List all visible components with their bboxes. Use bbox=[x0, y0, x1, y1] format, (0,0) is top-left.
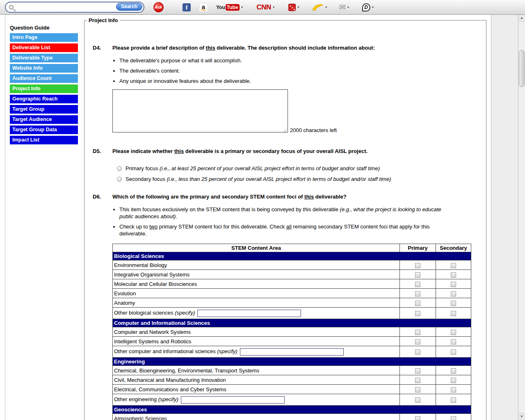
specify-input[interactable] bbox=[240, 348, 344, 356]
d4-bullet-list: The deliverable's purpose or what it wil… bbox=[112, 57, 453, 84]
secondary-checkbox-cell bbox=[436, 260, 471, 270]
d4-bullet: Any unique or innovative features about … bbox=[119, 78, 453, 84]
d4-bullet: The deliverable's content. bbox=[119, 67, 453, 74]
stem-area-label: Computer and Network Systems bbox=[113, 327, 400, 337]
secondary-checkbox[interactable] bbox=[451, 349, 456, 355]
search-input[interactable] bbox=[16, 3, 115, 11]
secondary-checkbox[interactable] bbox=[451, 387, 456, 393]
facebook-icon-letter: f bbox=[183, 3, 191, 11]
primary-checkbox[interactable] bbox=[415, 311, 420, 316]
primary-checkbox[interactable] bbox=[415, 330, 420, 335]
secondary-checkbox-cell bbox=[436, 327, 471, 337]
chevron-down-icon[interactable]: ▼ bbox=[347, 6, 350, 9]
primary-checkbox[interactable] bbox=[415, 387, 420, 393]
column-header-primary: Primary bbox=[400, 244, 436, 252]
secondary-checkbox-cell bbox=[436, 308, 471, 319]
scrollbar-thumb[interactable] bbox=[519, 50, 525, 87]
secondary-focus-option: Secondary focus (i.e., less than 25 perc… bbox=[117, 176, 486, 182]
specify-input[interactable] bbox=[181, 396, 285, 404]
sidebar-item-deliverable-type[interactable]: Deliverable Type bbox=[10, 54, 78, 62]
secondary-checkbox[interactable] bbox=[451, 397, 456, 403]
primary-checkbox-cell bbox=[400, 260, 436, 270]
sidebar-item-website-info[interactable]: Website Info bbox=[10, 64, 78, 73]
scroll-up-button[interactable]: ▲ bbox=[518, 15, 525, 22]
secondary-checkbox[interactable] bbox=[451, 416, 456, 420]
description-textarea[interactable] bbox=[112, 89, 288, 132]
table-row: Integrative Organismal Systems bbox=[113, 270, 471, 279]
secondary-focus-radio[interactable] bbox=[117, 177, 122, 182]
table-row: Chemical, Bioengineering, Environmental,… bbox=[113, 366, 471, 375]
table-row: Intelligent Systems and Robotics bbox=[113, 337, 471, 346]
stem-area-label: Environmental Biology bbox=[113, 260, 400, 270]
yellow-swoosh-shape bbox=[312, 4, 324, 11]
sidebar-item-deliverable-list[interactable]: Deliverable List bbox=[10, 43, 78, 52]
search-button[interactable]: Search bbox=[116, 3, 142, 11]
mail-icon[interactable]: ✉ ▼ bbox=[339, 3, 350, 11]
page-left-border bbox=[5, 15, 5, 420]
secondary-checkbox[interactable] bbox=[451, 272, 456, 278]
stem-table-body: Biological SciencesEnvironmental Biology… bbox=[113, 252, 471, 420]
cnn-icon[interactable]: CNN ▼ bbox=[257, 3, 275, 11]
d-icon[interactable]: D ▼ bbox=[362, 3, 374, 11]
specify-input[interactable] bbox=[197, 310, 301, 317]
table-row: Anatomy bbox=[113, 298, 471, 308]
primary-checkbox-cell bbox=[400, 308, 436, 319]
secondary-checkbox-cell bbox=[436, 279, 471, 289]
table-section-row: Computer and Informational Sciences bbox=[113, 319, 471, 327]
scroll-down-button[interactable]: ▼ bbox=[518, 413, 525, 420]
sidebar-item-target-group[interactable]: Target Group bbox=[10, 105, 78, 114]
secondary-checkbox[interactable] bbox=[451, 291, 456, 297]
primary-checkbox[interactable] bbox=[415, 263, 420, 268]
secondary-checkbox[interactable] bbox=[451, 311, 456, 316]
table-row: Environmental Biology bbox=[113, 260, 471, 270]
secondary-checkbox[interactable] bbox=[451, 301, 456, 306]
table-section-row: Geosciences bbox=[113, 406, 471, 414]
sidebar-item-geographic-reach[interactable]: Geographic Reach bbox=[10, 95, 78, 103]
primary-focus-radio[interactable] bbox=[117, 166, 122, 171]
sidebar-item-target-audience[interactable]: Target Audience bbox=[10, 115, 78, 124]
primary-checkbox[interactable] bbox=[415, 291, 420, 297]
chevron-down-icon[interactable]: ▼ bbox=[325, 6, 328, 9]
primary-checkbox[interactable] bbox=[415, 339, 420, 345]
chevron-down-icon[interactable]: ▼ bbox=[272, 6, 275, 9]
primary-checkbox[interactable] bbox=[415, 301, 420, 306]
sidebar-item-audience-count[interactable]: Audience Count bbox=[10, 74, 78, 83]
chevron-down-icon[interactable]: ▼ bbox=[372, 6, 374, 9]
d-icon-letter: D bbox=[362, 3, 370, 11]
description-textarea-row: 2000 characters left bbox=[112, 89, 486, 134]
chevron-down-icon[interactable]: ▼ bbox=[241, 6, 244, 9]
secondary-checkbox[interactable] bbox=[451, 263, 456, 268]
primary-checkbox[interactable] bbox=[415, 272, 420, 278]
vertical-scrollbar[interactable]: ▲ ▼ bbox=[518, 15, 525, 420]
primary-checkbox[interactable] bbox=[415, 378, 420, 383]
stem-content-table: STEM Content Area Primary Secondary Biol… bbox=[112, 244, 471, 420]
stem-area-label: Chemical, Bioengineering, Environmental,… bbox=[113, 366, 400, 375]
primary-checkbox[interactable] bbox=[415, 397, 420, 403]
secondary-checkbox[interactable] bbox=[451, 330, 456, 335]
table-row: Other computer and informational science… bbox=[113, 346, 471, 358]
primary-checkbox[interactable] bbox=[415, 349, 420, 355]
dice-icon[interactable]: ▼ bbox=[288, 4, 300, 11]
secondary-checkbox[interactable] bbox=[451, 282, 456, 287]
secondary-checkbox[interactable] bbox=[451, 339, 456, 345]
amazon-icon[interactable]: a bbox=[199, 3, 208, 12]
secondary-checkbox[interactable] bbox=[451, 378, 456, 383]
ask-icon[interactable]: Ask bbox=[153, 2, 164, 12]
d6-bullet: Check up to two primary STEM content foc… bbox=[119, 223, 453, 237]
secondary-checkbox[interactable] bbox=[451, 368, 456, 374]
chevron-down-icon[interactable]: ▼ bbox=[297, 6, 300, 9]
facebook-icon[interactable]: f bbox=[183, 3, 191, 11]
yellow-swoosh-icon[interactable]: ▼ bbox=[312, 4, 328, 11]
youtube-icon[interactable]: You Tube ▼ bbox=[216, 4, 244, 11]
stem-area-label: Other engineering (specify) bbox=[113, 394, 400, 406]
primary-checkbox[interactable] bbox=[415, 368, 420, 374]
stem-area-label: Other computer and informational science… bbox=[113, 346, 400, 358]
primary-focus-option: Primary focus (i.e., at least 25 percent… bbox=[117, 165, 486, 171]
sidebar-item-intro-page[interactable]: Intro Page bbox=[10, 33, 78, 42]
primary-checkbox[interactable] bbox=[415, 282, 420, 287]
primary-checkbox[interactable] bbox=[415, 416, 420, 420]
sidebar-item-target-group-data[interactable]: Target Group Data bbox=[10, 126, 78, 134]
sidebar-item-project-info[interactable]: Project Info bbox=[10, 84, 78, 93]
stem-area-label: Other biological sciences (specify) bbox=[113, 308, 400, 319]
sidebar-item-impact-list[interactable]: Impact List bbox=[10, 136, 78, 144]
